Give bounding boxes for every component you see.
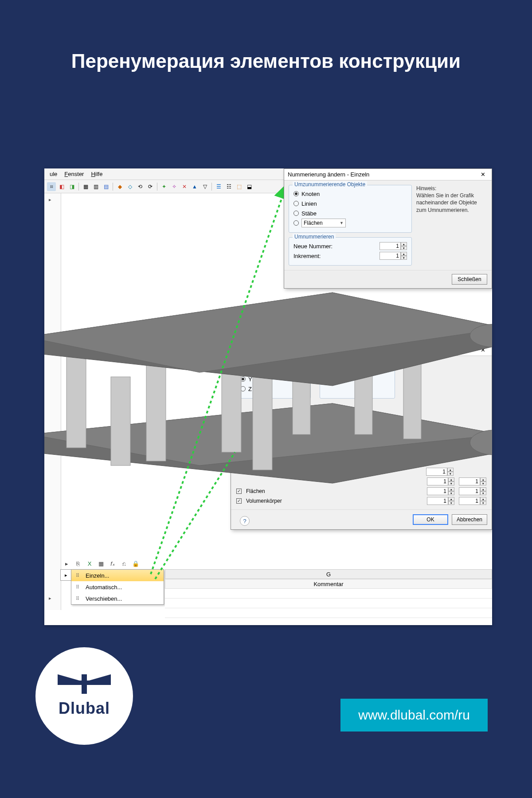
toolbar-icon[interactable]: ☷ [224, 182, 233, 191]
copy-icon[interactable]: ⎘ [74, 559, 82, 568]
help-icon[interactable]: ? [240, 516, 250, 526]
page-title: Перенумерация элементов конструкции [0, 0, 532, 91]
chevron-icon[interactable]: ▸ [49, 595, 51, 601]
toolbar-icon[interactable]: ⬓ [245, 182, 254, 191]
toolbar-icon[interactable]: ◨ [67, 182, 76, 191]
toolbar-separator [78, 183, 79, 191]
renumber-row-volumen[interactable]: Volumenkörper ▴▾ ▴▾ [231, 496, 492, 506]
main-toolbar[interactable]: ⌗ ◧ ◨ ▦ ▥ ▤ ◆ ◇ ⟲ ⟳ ✦ ✧ ✕ ▲ ▽ ☰ ☷ ⬚ ⬓ [44, 180, 284, 193]
radio-flaechen[interactable]: Flächen ▼ [293, 218, 407, 228]
menu-bar[interactable]: ule FFensterenster Hilfe [44, 168, 284, 180]
toolbar-icon[interactable]: ▥ [91, 182, 100, 191]
toolbar-icon[interactable]: ✧ [170, 182, 179, 191]
context-menu-item-einzeln[interactable]: ⠿ Einzeln... [71, 570, 164, 581]
grid-row[interactable] [165, 608, 492, 618]
cancel-button[interactable]: Abbrechen [452, 514, 487, 525]
toolbar-icon[interactable]: ▲ [190, 182, 199, 191]
radio-axis-x[interactable]: X [240, 364, 306, 374]
radio-linien[interactable]: Linien [293, 199, 407, 208]
ok-button[interactable]: OK [413, 514, 448, 525]
dialog-titlebar[interactable]: ✕ [231, 344, 492, 356]
grid-row[interactable] [165, 589, 492, 598]
spinner[interactable]: ▴▾ [427, 477, 454, 485]
toolbar-icon[interactable]: ⟲ [136, 182, 145, 191]
surface-type-combo[interactable]: Flächen ▼ [301, 219, 346, 227]
context-menu-label: Automatisch... [86, 584, 122, 591]
spinner[interactable]: ▴▾ [427, 487, 454, 495]
spinner[interactable]: ▴▾ [426, 468, 454, 476]
grid-subheader-kommentar: Kommentar [165, 579, 492, 589]
toolbar-icon[interactable]: ⟳ [146, 182, 155, 191]
left-panel-strip: ▸ ▸ [44, 193, 61, 610]
excel-icon[interactable]: X [85, 559, 94, 568]
table-icon[interactable]: ▦ [97, 559, 106, 568]
combo-value: Flächen [304, 220, 323, 226]
toolbar-icon[interactable]: ⌗ [47, 182, 56, 191]
spinner[interactable]: ▴▾ [459, 487, 486, 495]
submenu-indicator-icon[interactable]: ▸ [60, 569, 71, 581]
bridge-icon [58, 674, 111, 695]
spinner[interactable]: ▴▾ [459, 497, 486, 505]
toolbar-icon[interactable]: ▦ [81, 182, 90, 191]
dialog-titlebar[interactable]: Nummerierung ändern - Einzeln ✕ [284, 169, 492, 180]
checkbox[interactable] [236, 498, 242, 504]
spinner[interactable]: ▴▾ [459, 477, 486, 485]
brand-url[interactable]: www.dlubal.com/ru [340, 699, 488, 732]
renumber-row[interactable]: ▴▾ ▴▾ [231, 477, 492, 486]
dialog-title: Nummerierung ändern - Einzeln [288, 171, 369, 178]
context-menu-item-automatisch[interactable]: ⠿ Automatisch... [71, 581, 164, 593]
field-label: Neue Nummer: [293, 243, 332, 250]
renumber-shift-icon: ⠿ [73, 594, 82, 603]
toolbar-icon[interactable]: ⬚ [235, 182, 243, 191]
toolbar-icon[interactable]: ☰ [214, 182, 223, 191]
chevron-down-icon: ▼ [340, 221, 344, 225]
grid-column-header-g[interactable]: G [165, 569, 492, 579]
bottom-toolbar[interactable]: ▸ ⎘ X ▦ fₓ ⎌ 🔒 [62, 558, 140, 569]
radio-label: Linien [301, 200, 317, 207]
brand-name: Dlubal [59, 699, 110, 718]
toolbar-icon[interactable]: ✦ [160, 182, 168, 191]
toolbar-icon[interactable]: ◆ [115, 182, 124, 191]
renumber-row-flaechen[interactable]: Flächen ▴▾ ▴▾ [231, 486, 492, 496]
radio-label: Stäbe [301, 210, 317, 217]
context-menu[interactable]: ⠿ Einzeln... ⠿ Automatisch... ⠿ Verschie… [71, 569, 164, 605]
toolbar-separator [157, 183, 157, 191]
toolbar-icon[interactable]: ◧ [57, 182, 66, 191]
close-icon[interactable]: ✕ [477, 347, 488, 353]
data-grid[interactable]: G Kommentar [165, 569, 492, 622]
context-menu-item-verschieben[interactable]: ⠿ Verschieben... [71, 593, 164, 604]
close-button[interactable]: Schließen [452, 274, 487, 285]
spinner[interactable]: ▴▾ [427, 497, 454, 505]
toolbar-icon[interactable]: ✕ [180, 182, 189, 191]
radio-staebe[interactable]: Stäbe [293, 208, 407, 218]
toolbar-chevron-icon[interactable]: ▸ [62, 559, 71, 568]
context-menu-label: Einzeln... [86, 572, 109, 579]
lock-icon[interactable]: 🔒 [131, 559, 140, 568]
hint-text: Hinweis: Wählen Sie in der Grafik nachei… [416, 180, 492, 214]
toolbar-icon[interactable]: ▤ [102, 182, 110, 191]
renumber-auto-icon: ⠿ [73, 583, 82, 591]
brand-logo: Dlubal [35, 647, 133, 745]
toolbar-separator [211, 183, 212, 191]
group-title-axis: uf Achse: [239, 357, 265, 363]
increment-spinner[interactable]: ▴▾ [379, 252, 407, 260]
checkbox[interactable] [236, 489, 242, 494]
dialog-renumber-auto: ✕ uf Achse: X Y Z te auf Achse: ▴▾ [231, 344, 492, 530]
radio-knoten[interactable]: Knoten [293, 189, 407, 199]
formula-icon[interactable]: fₓ [108, 559, 117, 568]
menu-item-window[interactable]: FFensterenster [62, 170, 86, 178]
new-number-spinner[interactable]: ▴▾ [379, 242, 407, 250]
menu-item-module[interactable]: ule [47, 170, 60, 178]
renumber-row[interactable]: ▴▾ [231, 467, 492, 477]
grid-row[interactable] [165, 598, 492, 608]
radio-axis-z[interactable]: Z [240, 384, 306, 394]
undo-icon[interactable]: ⎌ [120, 559, 129, 568]
toolbar-icon[interactable]: ◇ [125, 182, 134, 191]
radio-axis-y[interactable]: Y [240, 374, 306, 384]
close-icon[interactable]: ✕ [477, 171, 488, 178]
group-title-axis2: te auf Achse: [324, 357, 358, 363]
menu-item-help[interactable]: Hilfe [88, 170, 105, 178]
toolbar-icon[interactable]: ▽ [200, 182, 209, 191]
chevron-icon[interactable]: ▸ [49, 197, 51, 203]
group-title: Umzunummerierende Objekte [293, 181, 367, 188]
